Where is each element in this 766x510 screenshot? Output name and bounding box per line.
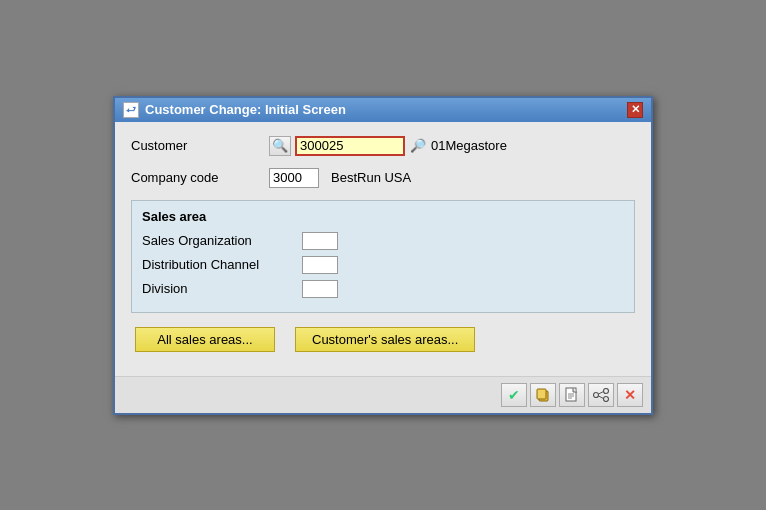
svg-point-6 bbox=[594, 392, 599, 397]
all-sales-areas-button[interactable]: All sales areas... bbox=[135, 327, 275, 352]
svg-line-9 bbox=[599, 391, 604, 394]
customer-input[interactable] bbox=[295, 136, 405, 156]
svg-point-8 bbox=[604, 396, 609, 401]
customers-sales-areas-button[interactable]: Customer's sales areas... bbox=[295, 327, 475, 352]
customer-lookup-icon[interactable]: 🔍 bbox=[269, 136, 291, 156]
distribution-channel-label: Distribution Channel bbox=[142, 257, 302, 272]
division-input[interactable] bbox=[302, 280, 338, 298]
main-window: ⮐ Customer Change: Initial Screen ✕ Cust… bbox=[113, 96, 653, 415]
division-label: Division bbox=[142, 281, 302, 296]
distribution-channel-row: Distribution Channel bbox=[142, 256, 624, 274]
window-icon: ⮐ bbox=[123, 102, 139, 118]
document-button[interactable] bbox=[559, 383, 585, 407]
sales-org-input[interactable] bbox=[302, 232, 338, 250]
sales-area-group: Sales area Sales Organization Distributi… bbox=[131, 200, 635, 313]
window-title: Customer Change: Initial Screen bbox=[145, 102, 346, 117]
customer-label: Customer bbox=[131, 138, 261, 153]
sales-area-label: Sales area bbox=[142, 209, 624, 224]
button-row: All sales areas... Customer's sales area… bbox=[131, 327, 635, 352]
svg-line-10 bbox=[599, 396, 604, 399]
cancel-button[interactable]: ✕ bbox=[617, 383, 643, 407]
sales-org-label: Sales Organization bbox=[142, 233, 302, 248]
bottom-toolbar: ✔ ✕ bbox=[115, 376, 651, 413]
title-bar-left: ⮐ Customer Change: Initial Screen bbox=[123, 102, 346, 118]
link-button[interactable] bbox=[588, 383, 614, 407]
sales-org-row: Sales Organization bbox=[142, 232, 624, 250]
search-icon[interactable]: 🔎 bbox=[409, 136, 427, 156]
svg-rect-1 bbox=[537, 389, 546, 399]
customer-field-group: 🔍 🔎 01Megastore bbox=[269, 136, 507, 156]
close-button[interactable]: ✕ bbox=[627, 102, 643, 118]
distribution-channel-input[interactable] bbox=[302, 256, 338, 274]
company-code-label: Company code bbox=[131, 170, 261, 185]
company-code-name: BestRun USA bbox=[331, 170, 411, 185]
title-bar: ⮐ Customer Change: Initial Screen ✕ bbox=[115, 98, 651, 122]
check-button[interactable]: ✔ bbox=[501, 383, 527, 407]
company-code-row: Company code BestRun USA bbox=[131, 168, 635, 188]
copy-button[interactable] bbox=[530, 383, 556, 407]
company-code-input[interactable] bbox=[269, 168, 319, 188]
svg-point-7 bbox=[604, 388, 609, 393]
division-row: Division bbox=[142, 280, 624, 298]
customer-name: 01Megastore bbox=[431, 138, 507, 153]
customer-row: Customer 🔍 🔎 01Megastore bbox=[131, 136, 635, 156]
form-content: Customer 🔍 🔎 01Megastore Company code Be… bbox=[115, 122, 651, 376]
company-code-field-group: BestRun USA bbox=[269, 168, 411, 188]
